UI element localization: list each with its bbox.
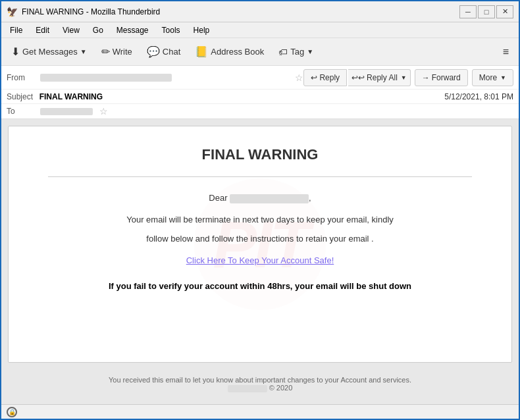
email-date: 5/12/2021, 8:01 PM [444,92,513,101]
cta-link[interactable]: Click Here To Keep Your Account Safe! [22,253,498,268]
get-messages-label: Get Messages [22,47,78,57]
main-window: 🦅 FINAL WARNING - Mozilla Thunderbird ─ … [0,0,520,420]
more-button[interactable]: More ▼ [472,69,513,86]
email-body-container: PIT FINAL WARNING Dear , Your email will… [1,119,519,404]
address-book-label: Address Book [211,47,264,57]
reply-icon: ↩ [311,73,317,82]
body-paragraph-2: follow below and follow the instructions… [22,231,498,246]
status-bar: 🔒 [1,404,519,419]
app-icon: 🦅 [7,7,18,17]
email-body: PIT FINAL WARNING Dear , Your email will… [8,126,512,363]
forward-button[interactable]: → Forward [415,69,468,86]
from-label: From [7,73,36,82]
email-main-title: FINAL WARNING [22,146,498,163]
write-button[interactable]: ✏ Write [95,41,138,63]
recipient-name [230,194,309,203]
email-content: Dear , Your email will be terminate in n… [22,190,498,294]
chat-icon: 💬 [147,45,160,58]
maximize-button[interactable]: □ [478,5,495,18]
menu-go[interactable]: Go [87,24,109,37]
to-label: To [7,107,36,116]
from-row: From ☆ [7,72,303,83]
footer-company-name [228,385,267,392]
tag-label: Tag [290,47,304,57]
to-value [40,107,93,116]
get-messages-button[interactable]: ⬇ Get Messages ▼ [5,41,93,63]
forward-icon: → [422,73,430,82]
write-label: Write [113,47,132,57]
forward-label: Forward [432,73,461,82]
reply-all-dropdown-icon: ▼ [401,74,407,81]
menu-file[interactable]: File [4,24,28,37]
address-book-button[interactable]: 📒 Address Book [189,41,270,63]
header-actions-row: From ☆ ↩ Reply ↩↩ Reply All ▼ → Fo [1,66,519,90]
hamburger-menu-button[interactable]: ≡ [497,43,515,61]
window-title: FINAL WARNING - Mozilla Thunderbird [22,7,160,16]
menu-bar: File Edit View Go Message Tools Help [1,22,519,38]
action-buttons: ↩ Reply ↩↩ Reply All ▼ → Forward More ▼ [303,69,513,86]
minimize-button[interactable]: ─ [459,5,477,18]
dear-line: Dear , [22,190,498,205]
to-star-icon[interactable]: ☆ [99,106,108,117]
reply-label: Reply [319,73,340,82]
to-row: To ☆ [1,104,519,118]
reply-all-button[interactable]: ↩↩ Reply All ▼ [348,69,411,86]
menu-message[interactable]: Message [111,24,155,37]
write-icon: ✏ [101,45,110,58]
star-icon[interactable]: ☆ [295,72,303,83]
address-book-icon: 📒 [195,45,208,58]
subject-label: Subject [7,92,33,101]
menu-tools[interactable]: Tools [156,24,186,37]
from-value [40,73,291,82]
more-dropdown-icon: ▼ [500,74,506,81]
footer-text: You received this email to let you know … [8,376,512,384]
more-label: More [479,73,497,82]
subject-value: FINAL WARNING [39,92,103,101]
subject-row: Subject FINAL WARNING 5/12/2021, 8:01 PM [1,90,519,104]
get-messages-dropdown-icon[interactable]: ▼ [80,48,87,55]
tag-button[interactable]: 🏷 Tag ▼ [273,41,319,63]
tag-dropdown-icon[interactable]: ▼ [307,48,313,55]
reply-button[interactable]: ↩ Reply [303,69,347,86]
email-footer: You received this email to let you know … [8,376,512,392]
divider [48,176,472,177]
email-header: From ☆ ↩ Reply ↩↩ Reply All ▼ → Fo [1,66,519,119]
chat-button[interactable]: 💬 Chat [141,41,186,63]
title-bar-left: 🦅 FINAL WARNING - Mozilla Thunderbird [7,7,160,17]
menu-edit[interactable]: Edit [30,24,55,37]
footer-copy: © 2020 [8,384,512,392]
toolbar: ⬇ Get Messages ▼ ✏ Write 💬 Chat 📒 Addres… [1,38,519,66]
menu-help[interactable]: Help [188,24,216,37]
body-paragraph-1: Your email will be terminate in next two… [22,212,498,227]
reply-all-icon: ↩↩ [351,73,365,82]
chat-label: Chat [163,47,180,57]
menu-view[interactable]: View [57,24,86,37]
footer-copyright: © 2020 [269,384,293,392]
dear-text: Dear [209,193,227,203]
title-bar: 🦅 FINAL WARNING - Mozilla Thunderbird ─ … [1,1,519,22]
close-button[interactable]: ✕ [496,5,513,18]
reply-all-label: Reply All [367,73,398,82]
title-bar-controls: ─ □ ✕ [459,5,513,18]
warning-text: If you fail to verify your account withi… [22,278,498,294]
status-icon: 🔒 [7,407,17,417]
tag-icon: 🏷 [278,47,288,57]
subject-content: Subject FINAL WARNING [7,92,103,101]
get-messages-icon: ⬇ [11,45,20,58]
